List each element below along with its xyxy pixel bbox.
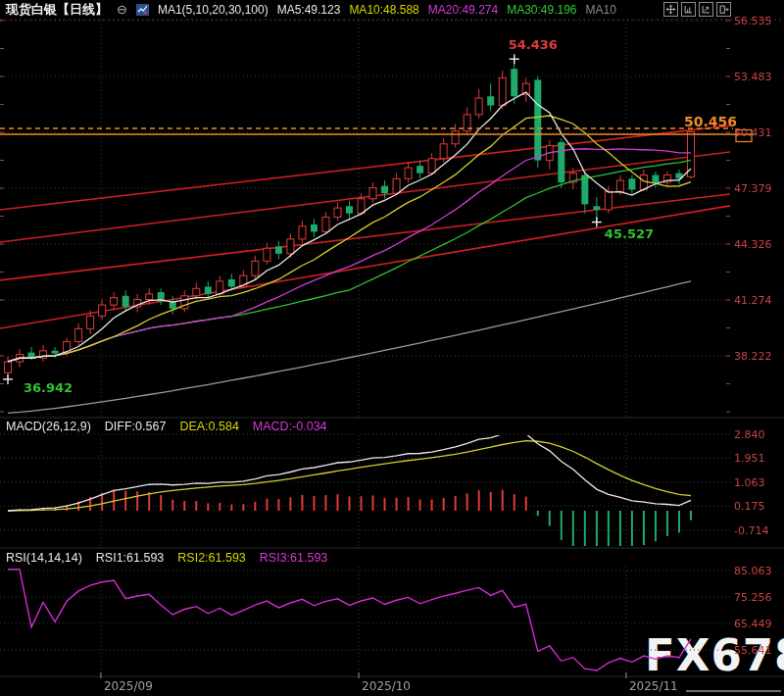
axis-scale-icon[interactable] bbox=[681, 2, 696, 17]
rsi-title: RSI(14,14,14) bbox=[6, 551, 82, 565]
ma20-value: MA20:49.274 bbox=[428, 3, 498, 17]
price-chart-canvas[interactable] bbox=[0, 0, 784, 696]
macd-title: MACD(26,12,9) bbox=[6, 420, 91, 433]
rsi2-value: RSI2:61.593 bbox=[177, 551, 246, 565]
rsi3-value: RSI3:61.593 bbox=[260, 551, 328, 565]
symbol-title: 现货白银【日线】 bbox=[6, 1, 108, 19]
ma10-value: MA10:48.588 bbox=[349, 3, 418, 17]
chart-type-icon[interactable] bbox=[136, 4, 149, 16]
collapse-panel-icon[interactable]: ⊖ bbox=[117, 3, 127, 16]
axis-arrow-icon[interactable] bbox=[699, 2, 713, 17]
rsi-header: RSI(14,14,14) RSI1:61.593 RSI2:61.593 RS… bbox=[6, 551, 327, 565]
ma30-value: MA30:49.196 bbox=[507, 3, 576, 17]
ma-settings-label: MA1(5,10,20,30,100) bbox=[158, 3, 269, 17]
trading-chart-window: FX678 现货白银【日线】 ⊖ MA1(5,10,20,30,100) MA5… bbox=[0, 0, 784, 696]
rsi1-value: RSI1:61.593 bbox=[96, 551, 165, 565]
ma100-value: MA10 bbox=[586, 3, 616, 17]
chart-toolbar bbox=[663, 2, 731, 17]
ma5-value: MA5:49.123 bbox=[277, 3, 341, 17]
macd-header: MACD(26,12,9) DIFF:0.567 DEA:0.584 MACD:… bbox=[6, 420, 327, 433]
move-tool-icon[interactable] bbox=[663, 2, 678, 17]
macd-dea-value: DEA:0.584 bbox=[179, 420, 238, 433]
macd-value: MACD:-0.034 bbox=[253, 420, 327, 433]
macd-diff-value: DIFF:0.567 bbox=[105, 420, 167, 433]
exit-chart-icon[interactable] bbox=[716, 2, 731, 17]
